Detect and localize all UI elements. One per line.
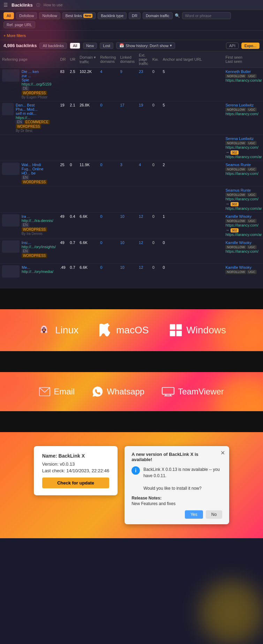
- lang-tag: DE: [22, 86, 29, 91]
- dialog-close-button[interactable]: ✕: [220, 450, 225, 456]
- dialog-title: A new version of BackLink X is available…: [132, 452, 222, 462]
- anchor-name[interactable]: Seamus Runte: [225, 163, 251, 167]
- anchor-name[interactable]: Serena Lueilwitz: [225, 136, 254, 141]
- linked-domains-value: [118, 186, 137, 213]
- anchor-name[interactable]: Kamille Wisoky: [225, 240, 251, 245]
- kw-value: 0: [150, 161, 161, 186]
- export-btn[interactable]: Expo...: [241, 43, 260, 49]
- page-link[interactable]: Insi...: [22, 240, 31, 245]
- ext-traffic-value: 12: [137, 213, 150, 239]
- page-thumbnail: [2, 240, 20, 253]
- ext-traffic-value: 12: [137, 239, 150, 264]
- col-dates[interactable]: First seenLast seen: [223, 51, 263, 68]
- referring-domains-value: 0: [98, 101, 118, 135]
- page-thumbnail: [2, 103, 14, 115]
- filter-dr[interactable]: DR: [129, 12, 141, 19]
- filter-best-links[interactable]: Best links: [62, 12, 96, 19]
- svg-rect-12: [176, 324, 182, 330]
- col-referring-domains[interactable]: Referringdomains: [98, 51, 118, 68]
- redirect-url[interactable]: https://larancy.com/ar: [225, 232, 262, 237]
- target-url[interactable]: https://larancy.com/: [225, 145, 258, 149]
- page-url[interactable]: http://.../ira-dennis/: [22, 219, 53, 223]
- page-link[interactable]: Me...: [22, 265, 30, 269]
- update-dialog: A new version of BackLink X is available…: [125, 446, 229, 524]
- ur-value: 2.1: [68, 101, 77, 135]
- col-linked-domains[interactable]: Linkeddomains: [118, 51, 137, 68]
- check-update-button[interactable]: Check for update: [42, 478, 109, 488]
- target-url[interactable]: https://larancy.com/: [225, 197, 258, 201]
- table-row: Serena Lueilwitz NOFOLLOWUGC https://lar…: [0, 135, 263, 161]
- redirect-url[interactable]: https://larancy.com/ar: [225, 206, 262, 210]
- col-domain-traffic[interactable]: Domain ▾traffic: [77, 51, 98, 68]
- ext-traffic-value: [137, 135, 150, 161]
- history-btn[interactable]: 📅 Show history: Don't show ▾: [116, 42, 175, 49]
- nofollow-badge: NOFOLLOW: [225, 141, 246, 145]
- bottom-section: Name: BackLink X Version: v0.0.13 Last c…: [0, 432, 263, 538]
- page-url[interactable]: http://.../ory/media/: [22, 269, 53, 274]
- app-info-card: Name: BackLink X Version: v0.0.13 Last c…: [34, 446, 118, 495]
- yes-button[interactable]: Yes: [185, 510, 203, 519]
- target-url[interactable]: https://larancy.com/ar: [225, 78, 262, 82]
- page-link[interactable]: Dan... BestPha... Mod...self m edit...: [16, 103, 37, 116]
- svg-rect-14: [176, 331, 182, 336]
- kw-score: [160, 186, 223, 213]
- page-thumbnail: [2, 214, 20, 227]
- linked-domains-value: 9: [118, 68, 137, 101]
- api-btn[interactable]: API: [226, 43, 239, 49]
- anchor-name[interactable]: Kenneth Butler: [225, 69, 251, 74]
- tab-all[interactable]: All: [70, 43, 80, 49]
- anchor-name[interactable]: Kamille Wisoky: [225, 265, 251, 269]
- page-link[interactable]: Wal... HindiFug... OnlineHD... be: [22, 163, 44, 175]
- domain-traffic-value: 11.9K: [77, 161, 98, 186]
- dr-value: 49: [58, 213, 68, 239]
- ext-traffic-value: 4: [137, 161, 150, 186]
- calendar-icon: 📅: [119, 43, 124, 48]
- ur-value: [68, 186, 77, 213]
- nofollow-badge: NOFOLLOW: [225, 245, 246, 249]
- col-ur[interactable]: UR: [68, 51, 77, 68]
- target-url[interactable]: https://larancy.com/: [225, 171, 258, 176]
- no-button[interactable]: No: [206, 510, 222, 519]
- redirect-url[interactable]: https://larancy.com/ar: [225, 155, 262, 159]
- filter-domain-traffic[interactable]: Domain traffic: [143, 12, 173, 19]
- nofollow-badge: NOFOLLOW: [225, 270, 246, 274]
- lang-tag: EN: [22, 249, 29, 253]
- col-ext-traffic[interactable]: Ext.pagetraffic: [137, 51, 150, 68]
- anchor-name[interactable]: Serena Lueilwitz: [225, 103, 254, 107]
- target-url[interactable]: https://larancy.com/: [225, 112, 258, 116]
- kw-value: 0: [150, 213, 161, 239]
- col-anchor-url[interactable]: Anchor and target URL: [160, 51, 223, 68]
- kw-value: [150, 186, 161, 213]
- target-url[interactable]: https://larancy.com/: [225, 249, 258, 253]
- kw-score: 1: [160, 213, 223, 239]
- kw-score: 2: [160, 161, 223, 186]
- section-gap-1: [0, 288, 263, 309]
- page-link[interactable]: Die ... kenzur ... Spie: [22, 69, 39, 82]
- page-url[interactable]: http://.../ory/insights/: [22, 245, 56, 249]
- tab-new[interactable]: New: [83, 43, 97, 49]
- anchor-name[interactable]: Seamus Runte: [225, 188, 251, 192]
- page-url[interactable]: https://...: [16, 116, 30, 120]
- table-row: Insi... http://.../ory/insights/ ENWORDP…: [0, 239, 263, 264]
- domain-traffic-value: [77, 135, 98, 161]
- referring-domains-value: 0: [98, 264, 118, 288]
- page-link[interactable]: Ira ...: [22, 214, 30, 219]
- page-thumbnail: [2, 163, 20, 175]
- anchor-cell: Kenneth Butler NOFOLLOWUGC https://laran…: [223, 68, 263, 101]
- table-row: Die ... kenzur ... Spie https://...org/5…: [0, 68, 263, 101]
- kw-value: 0: [150, 101, 161, 135]
- target-url[interactable]: https://larancy.com/: [225, 223, 258, 227]
- ur-value: 0.7: [68, 264, 77, 288]
- page-url[interactable]: https://...org/5159: [22, 82, 52, 86]
- referring-page-cell: Wal... HindiFug... OnlineHD... be ENWORD…: [0, 161, 58, 186]
- tab-lost[interactable]: Lost: [100, 43, 113, 49]
- col-kw[interactable]: Kw.: [150, 51, 161, 68]
- kw-value: 0: [150, 264, 161, 288]
- kw-score: 5: [160, 101, 223, 135]
- menu-icon[interactable]: ☰: [3, 2, 8, 8]
- filter-backlink-type[interactable]: Backlink type: [98, 12, 127, 19]
- info-icon: i: [132, 466, 140, 475]
- anchor-name[interactable]: Kamille Wisoky: [225, 214, 251, 219]
- search-input[interactable]: [182, 12, 231, 19]
- cat-tag: ECOMMERCE: [24, 120, 50, 124]
